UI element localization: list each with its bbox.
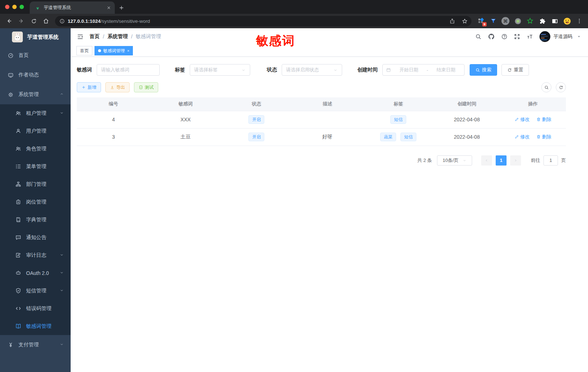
created-time-label: 创建时间 [357,67,378,73]
tab-close-icon[interactable] [106,5,111,10]
page-tab-sensitive-word[interactable]: 敏感词管理 × [94,46,133,55]
breadcrumb-system[interactable]: 系统管理 [108,33,128,40]
page-number-1[interactable]: 1 [496,155,507,166]
export-button[interactable]: 导出 [105,82,130,92]
fullscreen-icon[interactable] [514,33,520,40]
prev-page-button[interactable] [481,155,492,166]
chat-icon [8,72,14,78]
share-icon[interactable] [448,16,457,26]
user-icon [15,128,21,134]
add-button[interactable]: 新增 [77,82,101,92]
test-button[interactable]: 测试 [134,82,158,92]
edit-link[interactable]: 修改 [514,134,530,140]
url-path: /system/sensitive-word [101,18,150,24]
col-word: 敏感词 [150,97,221,111]
delete-link[interactable]: 删除 [536,116,551,123]
sidebar-logo[interactable]: 芋道管理系统 [0,28,71,46]
side-panel-icon[interactable] [550,17,559,25]
user-name[interactable]: 芋道源码 [554,33,572,40]
sidebar-item-user[interactable]: 用户管理 [0,122,71,140]
sidebar-item-system[interactable]: 系统管理 [0,85,71,104]
search-icon[interactable] [475,33,482,40]
show-search-toggle-button[interactable] [541,82,551,92]
browser-tab-strip: 芋道管理系统 [0,0,588,14]
keyword-input[interactable]: 请输入敏感词 [97,64,160,76]
url-text[interactable]: 127.0.0.1:1024/system/sensitive-word [68,18,445,24]
search-button[interactable]: 搜索 [470,64,497,76]
sidebar-item-audit-log[interactable]: 审计日志 [0,246,71,264]
bookmark-star-icon[interactable] [460,16,469,26]
tag-badge: 短信 [400,133,416,141]
breadcrumb-home[interactable]: 首页 [89,33,100,40]
goto-page-input[interactable]: 1 [543,155,558,166]
extension-grid-icon[interactable]: 9 [476,17,485,25]
chevron-down-icon [59,342,64,348]
back-button[interactable] [4,16,14,26]
tag-select[interactable]: 请选择标签 [190,64,250,76]
date-range-picker[interactable]: 开始日期 - 结束日期 [382,64,465,76]
sidebar-item-dict[interactable]: 字典管理 [0,211,71,229]
home-button[interactable] [41,16,51,26]
minimize-window-button[interactable] [12,5,17,9]
help-icon[interactable] [501,33,508,40]
collapse-sidebar-icon[interactable] [77,33,84,40]
edit-link[interactable]: 修改 [514,116,530,123]
page-size-select[interactable]: 10条/页 [437,155,472,166]
forward-button[interactable] [16,16,27,26]
next-page-button[interactable] [510,155,521,166]
sidebar-item-dept[interactable]: 部门管理 [0,175,71,193]
message-icon [15,234,21,241]
profile-emoji-icon[interactable] [563,17,571,25]
extension-star-icon[interactable] [526,17,534,25]
extension-record-icon[interactable] [513,17,522,25]
sidebar-item-oauth[interactable]: OAuth 2.0 [0,264,71,282]
reset-button[interactable]: 重置 [501,64,529,76]
goto-label: 前往 [531,157,540,164]
sidebar-item-home[interactable]: 首页 [0,46,71,65]
sidebar-item-sensitive-word[interactable]: 敏感词管理 [0,317,71,335]
tab-close-icon[interactable]: × [127,49,129,53]
page-tab-home[interactable]: 首页 [76,46,92,55]
github-icon[interactable] [488,33,495,40]
users-icon [15,110,21,116]
status-select[interactable]: 请选择启用状态 [282,64,342,76]
cell-desc: 好呀 [292,128,363,146]
sidebar-item-post[interactable]: 岗位管理 [0,193,71,211]
cell-created: 2022-04-08 [434,128,500,146]
chevron-down-icon [59,252,64,258]
table-header-row: 编号 敏感词 状态 描述 标签 创建时间 操作 [77,97,566,111]
close-window-button[interactable] [5,5,9,9]
total-count: 共 2 条 [417,157,432,164]
sidebar-item-notice[interactable]: 通知公告 [0,229,71,246]
chrome-menu-icon[interactable] [575,17,584,25]
date-separator: - [427,67,428,73]
caret-down-icon[interactable] [576,34,581,39]
app-header: 首页 / 系统管理 / 敏感词管理 敏感词 [71,28,588,45]
reset-button-label: 重置 [514,67,523,73]
delete-link[interactable]: 删除 [536,134,551,140]
user-avatar[interactable] [539,31,550,42]
browser-tab-title: 芋道管理系统 [44,5,103,11]
zoom-window-button[interactable] [20,5,24,9]
new-tab-button[interactable] [118,5,125,11]
sidebar-item-menu[interactable]: 菜单管理 [0,158,71,175]
extension-command-icon[interactable]: ⌘ [501,17,510,25]
address-bar[interactable]: 127.0.0.1:1024/system/sensitive-word [55,16,471,26]
sidebar-item-error-code[interactable]: 错误码管理 [0,300,71,317]
refresh-table-button[interactable] [556,82,566,92]
page-content: 敏感词 请输入敏感词 标签 请选择标签 状态 [71,57,588,372]
browser-tab[interactable]: 芋道管理系统 [30,1,115,14]
site-info-icon[interactable] [59,18,65,24]
reload-button[interactable] [28,16,39,26]
sidebar-item-role[interactable]: 角色管理 [0,140,71,158]
robot-icon [15,270,21,276]
sidebar-item-tenant[interactable]: 租户管理 [0,104,71,122]
extension-funnel-icon[interactable] [489,17,497,25]
sidebar-item-author-news[interactable]: 作者动态 [0,65,71,85]
sidebar-item-pay[interactable]: 支付管理 [0,335,71,355]
cell-desc [292,111,363,128]
extensions-puzzle-icon[interactable] [538,17,547,25]
font-size-icon[interactable] [526,33,533,40]
page-tab-label: 首页 [80,48,89,54]
sidebar-item-sms[interactable]: 短信管理 [0,282,71,300]
